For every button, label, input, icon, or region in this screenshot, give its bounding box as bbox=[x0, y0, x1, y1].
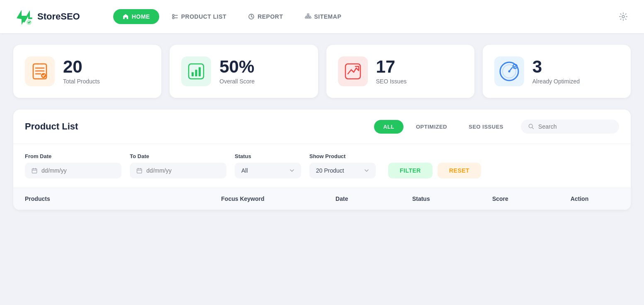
chevron-down-icon-2 bbox=[364, 168, 369, 173]
seo-issues-label: SEO Issues bbox=[376, 78, 407, 85]
total-products-info: 20 Total Products bbox=[63, 58, 100, 85]
nav-report[interactable]: REPORT bbox=[239, 9, 292, 24]
product-list-title: Product List bbox=[25, 121, 78, 132]
svg-rect-10 bbox=[309, 17, 311, 18]
filter-row: From Date To Date bbox=[13, 144, 631, 188]
calendar-icon bbox=[32, 167, 37, 174]
total-products-number: 20 bbox=[63, 58, 100, 76]
settings-button[interactable] bbox=[616, 9, 631, 24]
svg-rect-8 bbox=[305, 17, 307, 18]
header: StoreSEO HOME PRODUCT LIST REPORT bbox=[0, 0, 644, 33]
main-content: 20 Total Products 50% Overall Score bbox=[0, 33, 644, 222]
svg-rect-22 bbox=[192, 72, 194, 76]
show-product-label: Show Product bbox=[309, 153, 376, 159]
seo-issues-icon-container bbox=[338, 56, 368, 86]
search-box bbox=[521, 120, 619, 134]
show-product-select[interactable]: 20 Product bbox=[309, 163, 376, 178]
show-product-group: Show Product 20 Product bbox=[309, 153, 376, 178]
total-products-label: Total Products bbox=[63, 78, 100, 85]
search-icon bbox=[528, 123, 534, 130]
filter-actions: FILTER RESET bbox=[388, 154, 481, 178]
stat-card-overall-score: 50% Overall Score bbox=[170, 45, 318, 98]
from-date-field[interactable] bbox=[41, 167, 115, 174]
table-header: Products Focus Keyword Date Status Score… bbox=[13, 188, 631, 210]
svg-point-15 bbox=[622, 15, 625, 18]
sitemap-icon bbox=[305, 13, 311, 20]
already-optimized-icon bbox=[498, 60, 520, 83]
already-optimized-number: 3 bbox=[532, 58, 580, 76]
tab-all[interactable]: ALL bbox=[374, 120, 403, 134]
svg-rect-4 bbox=[173, 17, 174, 19]
stat-card-total-products: 20 Total Products bbox=[13, 45, 161, 98]
status-value: All bbox=[241, 167, 248, 174]
to-date-input[interactable] bbox=[130, 163, 226, 178]
seo-issues-info: 17 SEO Issues bbox=[376, 58, 407, 85]
filter-tabs: ALL OPTIMIZED SEO ISSUES bbox=[374, 120, 513, 134]
overall-score-number: 50% bbox=[219, 58, 255, 76]
status-label: Status bbox=[235, 153, 301, 159]
to-date-group: To Date bbox=[130, 153, 226, 178]
nav-home[interactable]: HOME bbox=[113, 9, 159, 24]
chevron-down-icon bbox=[289, 168, 294, 173]
search-input[interactable] bbox=[538, 123, 612, 130]
already-optimized-info: 3 Already Optimized bbox=[532, 58, 580, 85]
from-date-label: From Date bbox=[25, 153, 122, 159]
svg-rect-24 bbox=[199, 67, 201, 76]
tab-optimized[interactable]: OPTIMIZED bbox=[407, 120, 456, 134]
list-icon bbox=[172, 13, 178, 20]
seo-issues-icon bbox=[344, 62, 362, 81]
already-optimized-icon-container bbox=[494, 56, 524, 86]
svg-point-29 bbox=[508, 71, 510, 73]
from-date-group: From Date bbox=[25, 153, 122, 178]
stat-card-seo-issues: 17 SEO Issues bbox=[326, 45, 474, 98]
overall-score-label: Overall Score bbox=[219, 78, 255, 85]
logo: StoreSEO bbox=[13, 7, 80, 27]
stat-card-already-optimized: 3 Already Optimized bbox=[483, 45, 631, 98]
overall-score-icon-container bbox=[181, 56, 211, 86]
col-header-focus-keyword: Focus Keyword bbox=[183, 195, 302, 202]
tab-seo-issues[interactable]: SEO ISSUES bbox=[459, 120, 513, 134]
list-header: Product List ALL OPTIMIZED SEO ISSUES bbox=[13, 110, 631, 144]
nav-sitemap[interactable]: SITEMAP bbox=[296, 9, 351, 24]
show-product-value: 20 Product bbox=[316, 167, 344, 174]
header-right bbox=[616, 9, 631, 24]
svg-line-31 bbox=[532, 127, 533, 129]
seo-issues-number: 17 bbox=[376, 58, 407, 76]
svg-rect-23 bbox=[195, 70, 197, 76]
svg-rect-32 bbox=[32, 169, 36, 173]
overall-score-icon bbox=[187, 62, 205, 81]
col-header-date: Date bbox=[302, 195, 382, 202]
total-products-icon bbox=[31, 62, 49, 81]
product-list-section: Product List ALL OPTIMIZED SEO ISSUES Fr… bbox=[13, 110, 631, 210]
status-select[interactable]: All bbox=[235, 163, 301, 178]
to-date-label: To Date bbox=[130, 153, 226, 159]
logo-text: StoreSEO bbox=[37, 11, 80, 22]
status-group: Status All bbox=[235, 153, 301, 178]
total-products-icon-container bbox=[25, 56, 55, 86]
reset-button[interactable]: RESET bbox=[437, 163, 481, 178]
stats-row: 20 Total Products 50% Overall Score bbox=[13, 45, 631, 98]
main-nav: HOME PRODUCT LIST REPORT bbox=[113, 9, 599, 24]
svg-rect-2 bbox=[173, 15, 174, 16]
storeseo-logo-icon bbox=[13, 7, 33, 27]
nav-product-list[interactable]: PRODUCT LIST bbox=[163, 9, 236, 24]
svg-rect-9 bbox=[307, 17, 309, 18]
filter-button[interactable]: FILTER bbox=[388, 163, 433, 178]
svg-rect-36 bbox=[137, 169, 141, 173]
col-header-products: Products bbox=[25, 195, 183, 202]
from-date-input[interactable] bbox=[25, 163, 122, 178]
to-date-field[interactable] bbox=[146, 167, 220, 174]
already-optimized-label: Already Optimized bbox=[532, 78, 580, 85]
calendar-icon-2 bbox=[136, 167, 142, 174]
home-icon bbox=[122, 13, 129, 20]
overall-score-info: 50% Overall Score bbox=[219, 58, 255, 85]
col-header-action: Action bbox=[540, 195, 619, 202]
col-header-status: Status bbox=[382, 195, 461, 202]
report-icon bbox=[248, 13, 255, 20]
gear-icon bbox=[619, 12, 628, 21]
col-header-score: Score bbox=[461, 195, 540, 202]
svg-rect-7 bbox=[307, 14, 309, 15]
